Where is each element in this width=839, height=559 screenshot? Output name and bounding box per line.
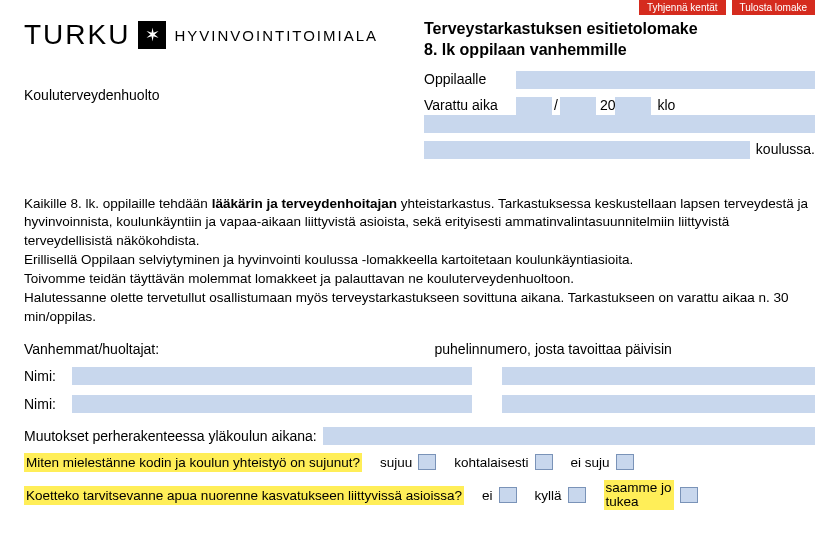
reserved-year-field[interactable] — [615, 97, 651, 115]
intro-p1a: Kaikille 8. lk. oppilaille tehdään — [24, 196, 212, 211]
school-health-label: Kouluterveydenhuolto — [24, 87, 424, 103]
parent1-name-field[interactable] — [72, 367, 472, 385]
q2-opt1-checkbox[interactable] — [499, 487, 517, 503]
form-title-line2: 8. lk oppilaan vanhemmille — [424, 41, 627, 58]
q1-opt2-checkbox[interactable] — [535, 454, 553, 470]
name2-label: Nimi: — [24, 396, 72, 412]
q2-opt3-checkbox[interactable] — [680, 487, 698, 503]
intro-p3: Toivomme teidän täyttävän molemmat lomak… — [24, 271, 574, 286]
student-label: Oppilaalle — [424, 71, 516, 87]
q1-opt1-label: sujuu — [380, 455, 412, 470]
reserved-time-field[interactable] — [424, 115, 815, 133]
year-prefix: 20 — [596, 97, 616, 113]
klo-label: klo — [651, 97, 681, 113]
date-slash: / — [552, 97, 560, 113]
intro-p2: Erillisellä Oppilaan selviytyminen ja hy… — [24, 252, 633, 267]
intro-p1b: lääkärin ja terveydenhoitajan — [212, 196, 397, 211]
school-name-field[interactable] — [424, 141, 750, 159]
parent1-phone-field[interactable] — [502, 367, 815, 385]
phone-label: puhelinnumero, josta tavoittaa päivisin — [405, 341, 816, 357]
reserved-day-field[interactable] — [516, 97, 552, 115]
school-suffix-label: koulussa. — [750, 141, 815, 157]
clear-fields-button[interactable]: Tyhjennä kentät — [639, 0, 726, 15]
q2-opt3-l2: tukea — [606, 494, 639, 509]
form-title-line1: Terveystarkastuksen esitietolomake — [424, 20, 698, 37]
reserved-month-field[interactable] — [560, 97, 596, 115]
family-changes-label: Muutokset perherakenteessa yläkoulun aik… — [24, 428, 317, 444]
q1-opt1-checkbox[interactable] — [418, 454, 436, 470]
reserved-time-label: Varattu aika — [424, 97, 516, 113]
turku-wordmark: TURKU — [24, 19, 130, 51]
student-name-field[interactable] — [516, 71, 815, 89]
intro-p4: Halutessanne olette tervetullut osallist… — [24, 290, 788, 324]
name1-label: Nimi: — [24, 368, 72, 384]
q2-opt2-checkbox[interactable] — [568, 487, 586, 503]
form-title: Terveystarkastuksen esitietolomake 8. lk… — [424, 19, 815, 61]
parent2-phone-field[interactable] — [502, 395, 815, 413]
q1-opt3-checkbox[interactable] — [616, 454, 634, 470]
hyvinvointi-wordmark: HYVINVOINTITOIMIALA — [174, 27, 378, 44]
parents-label: Vanhemmat/huoltajat: — [24, 341, 405, 357]
q2-text: Koetteko tarvitsevanne apua nuorenne kas… — [24, 486, 464, 505]
q2-opt3-label: saamme jo tukea — [604, 480, 674, 510]
q2-opt1-label: ei — [482, 488, 493, 503]
q2-opt3-l1: saamme jo — [606, 480, 672, 495]
parent2-name-field[interactable] — [72, 395, 472, 413]
turku-logo-icon: ✶ — [138, 21, 166, 49]
q1-opt3-label: ei suju — [571, 455, 610, 470]
intro-paragraph: Kaikille 8. lk. oppilaille tehdään lääkä… — [24, 195, 815, 327]
q2-opt2-label: kyllä — [535, 488, 562, 503]
family-changes-field[interactable] — [323, 427, 815, 445]
q1-text: Miten mielestänne kodin ja koulun yhteis… — [24, 453, 362, 472]
print-form-button[interactable]: Tulosta lomake — [732, 0, 815, 15]
q1-opt2-label: kohtalaisesti — [454, 455, 528, 470]
